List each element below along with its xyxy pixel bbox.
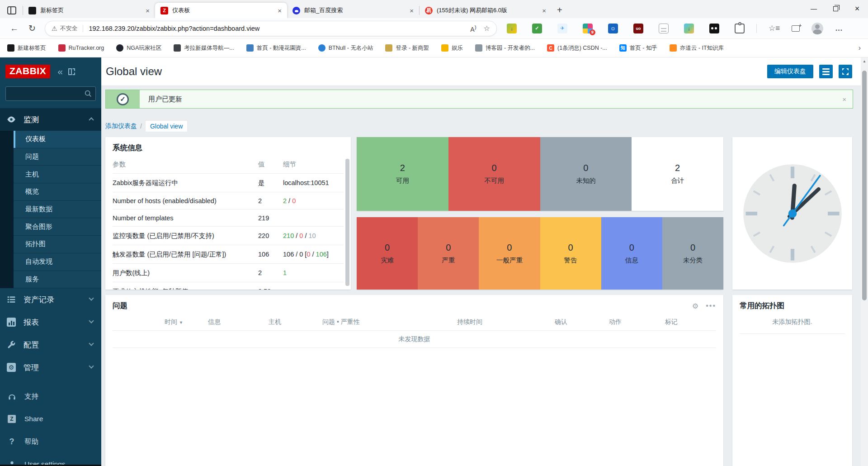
puzzle-extensions-icon[interactable]	[735, 24, 745, 33]
tab-netease-mail[interactable]: 易 (155封未读) 网易邮箱6.0版 ×	[420, 3, 552, 18]
sidebar-item-user-settings[interactable]: User settings	[0, 453, 101, 466]
sidebar-section-administration[interactable]: ⚙ 管理	[0, 356, 101, 379]
bookmarks-overflow-icon[interactable]: ›	[859, 44, 861, 52]
bookmark-item[interactable]: RuTracker.org	[58, 44, 104, 52]
browser-toolbar: ← ↻ ⚠ 不安全 192.168.239.20/zabbix/zabbix.p…	[0, 18, 868, 39]
sidebar-item-support[interactable]: 支持	[0, 385, 101, 408]
page-scrollbar[interactable]: ▲	[861, 57, 868, 466]
tab-baidu-search[interactable]: 邮箱_百度搜索 ×	[287, 3, 419, 18]
bookmark-item[interactable]: 博客园 - 开发者的...	[475, 44, 535, 52]
notes-extension-icon[interactable]	[659, 24, 669, 33]
tab-zabbix-dashboard[interactable]: Z 仪表板 ×	[155, 3, 287, 18]
sidebar-item-overview[interactable]: 概览	[14, 183, 101, 201]
tab-workspaces-icon[interactable]	[7, 6, 16, 14]
downloader-extension-icon[interactable]: ↓	[684, 24, 694, 33]
sidebar-item-maps[interactable]: 拓扑图	[14, 236, 101, 253]
fullscreen-button[interactable]	[839, 65, 852, 78]
bookmark-item[interactable]: 亦道云 - IT知识库	[670, 44, 724, 52]
back-icon[interactable]: ←	[10, 24, 19, 33]
sidebar-item-problems[interactable]: 问题	[14, 148, 101, 166]
tab-title: 仪表板	[172, 6, 276, 14]
mask-extension-icon[interactable]	[709, 24, 719, 33]
settings-more-icon[interactable]: …	[835, 24, 843, 33]
sidebar-dock-icon[interactable]	[68, 68, 75, 75]
widget-gear-icon[interactable]: ⚙	[692, 302, 698, 310]
profile-avatar[interactable]	[811, 23, 823, 34]
address-bar[interactable]: ⚠ 不安全 192.168.239.20/zabbix/zabbix.php?a…	[45, 21, 497, 36]
zabbix-logo[interactable]: ZABBIX	[5, 65, 50, 78]
tab-close-icon[interactable]: ×	[408, 7, 415, 14]
severity-cell-disaster: 0 灾难	[357, 217, 418, 290]
analog-clock	[739, 160, 846, 267]
sidebar-item-latest-data[interactable]: 最新数据	[14, 201, 101, 219]
add-dashboard-link[interactable]: 添加仪表盘	[105, 122, 137, 130]
collections-icon[interactable]: +	[792, 25, 800, 32]
scrollbar-thumb[interactable]	[862, 71, 867, 300]
widget-scrollbar[interactable]	[345, 159, 349, 286]
widget-more-icon[interactable]: •••	[706, 302, 716, 310]
grid-extension-icon[interactable]: 9	[583, 24, 593, 33]
sidebar-section-monitoring[interactable]: 监测	[0, 108, 101, 131]
current-dashboard-chip[interactable]: Global view	[145, 120, 188, 132]
bird-extension-icon[interactable]: ✈	[557, 24, 567, 33]
tab-close-icon[interactable]: ×	[540, 7, 548, 14]
bookmark-item[interactable]: 新建标签页	[7, 44, 46, 52]
sidebar-item-discovery[interactable]: 自动发现	[14, 253, 101, 271]
close-button[interactable]: ×	[846, 0, 868, 17]
sidebar-item-dashboard[interactable]: 仪表板	[14, 131, 101, 148]
sidebar-item-services[interactable]: 服务	[14, 271, 101, 289]
widget-title: 问题	[113, 301, 127, 311]
favorite-star-icon[interactable]: ☆	[484, 24, 490, 33]
new-tab-button[interactable]: +	[557, 5, 562, 14]
edit-dashboard-button[interactable]: 编辑仪表盘	[767, 65, 813, 78]
footer-label: Share	[24, 415, 43, 423]
gear-icon: ⚙	[6, 363, 16, 372]
favorites-bar-icon[interactable]: ☆≡	[769, 24, 780, 33]
bookmark-item[interactable]: BTNull - 无名小站	[318, 44, 373, 52]
bookmark-item[interactable]: 首頁 - 動漫花園資...	[246, 44, 306, 52]
bookmark-item[interactable]: C(1条消息) CSDN -...	[547, 44, 607, 52]
tab-close-icon[interactable]: ×	[144, 7, 151, 14]
bookmark-item[interactable]: 知首页 - 知乎	[619, 44, 657, 52]
tab-close-icon[interactable]: ×	[276, 7, 283, 14]
bookmark-item[interactable]: 登录 - 新商盟	[385, 44, 429, 52]
sidebar-item-hosts[interactable]: 主机	[14, 166, 101, 183]
bookmark-favicon	[58, 44, 66, 52]
availability-cell-total: 2 合计	[632, 137, 723, 211]
column-time[interactable]: 时间▼	[165, 318, 183, 326]
page-title: Global view	[106, 65, 162, 78]
sidebar-item-share[interactable]: Z Share	[0, 408, 101, 430]
new-tab-page-favicon	[28, 7, 36, 14]
ublock-extension-icon[interactable]: uo	[633, 24, 643, 33]
hamburger-menu-button[interactable]	[819, 65, 833, 78]
sidebar-search-input[interactable]	[5, 86, 96, 101]
tab-new-tab-page[interactable]: 新标签页 ×	[23, 3, 155, 18]
bookmark-item[interactable]: 考拉新媒体导航—...	[174, 44, 234, 52]
bookmark-favicon: C	[547, 44, 554, 52]
column-header: 值	[258, 156, 283, 174]
sidebar-item-help[interactable]: ? 帮助	[0, 430, 101, 453]
shield-check-extension-icon[interactable]: ✓	[532, 24, 542, 33]
sidebar-section-configuration[interactable]: 配置	[0, 333, 101, 356]
read-aloud-icon[interactable]: A)	[470, 24, 476, 33]
question-mark-icon: ?	[7, 437, 16, 447]
minimize-button[interactable]: —	[803, 0, 825, 17]
bookmark-item[interactable]: NGA玩家社区	[116, 44, 161, 52]
scrollbar-up-arrow[interactable]: ▲	[861, 57, 868, 65]
sidebar-section-reports[interactable]: 报表	[0, 311, 101, 333]
restore-button[interactable]	[825, 0, 846, 17]
breadcrumb-separator: /	[140, 123, 142, 130]
bookmark-item[interactable]: 娱乐	[441, 44, 463, 52]
sidebar-collapse-icon[interactable]: «	[57, 67, 63, 76]
toolbar-separator	[756, 24, 757, 33]
refresh-icon[interactable]: ↻	[28, 23, 36, 33]
chevron-down-icon	[89, 341, 94, 346]
sidebar-section-inventory[interactable]: 资产记录	[0, 288, 101, 311]
sidebar-item-screens[interactable]: 聚合图形	[14, 218, 101, 236]
person-extension-icon[interactable]: ☺	[608, 24, 618, 33]
bookmark-favicon	[116, 44, 123, 52]
url-text[interactable]: 192.168.239.20/zabbix/zabbix.php?action=…	[89, 25, 470, 32]
section-label: 报表	[24, 317, 39, 328]
banner-close-icon[interactable]: ×	[842, 95, 846, 103]
idm-extension-icon[interactable]: ↓	[507, 24, 517, 33]
